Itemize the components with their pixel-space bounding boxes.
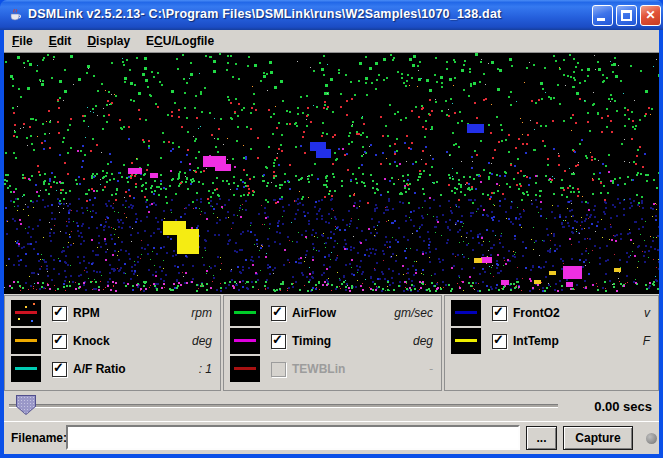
maximize-icon: [621, 10, 632, 21]
inttemp-color-swatch: [451, 328, 481, 354]
menu-bar: File Edit Display ECU/Logfile: [4, 30, 659, 53]
legend-bar: ✓ RPM rpm ✓ Knock deg ✓ A/F Ratio : 1 ✓ …: [4, 294, 659, 393]
swatch-noise: [25, 306, 27, 308]
af-ratio-unit: : 1: [199, 362, 212, 376]
datalog-plot-area[interactable]: [4, 53, 659, 294]
fronto2-checkbox[interactable]: ✓: [492, 306, 507, 321]
knock-checkbox[interactable]: ✓: [52, 334, 67, 349]
airflow-unit: gm/sec: [394, 306, 433, 320]
footer-bar: Filename: ... Capture: [4, 421, 659, 454]
legend-row-tewblin: ✓ TEWBLin -: [230, 355, 433, 383]
tewblin-unit: -: [429, 362, 433, 376]
tewblin-label: TEWBLin: [292, 362, 345, 376]
menu-file[interactable]: File: [4, 32, 41, 50]
legend-row-knock: ✓ Knock deg: [11, 327, 212, 355]
capture-status-led: [646, 433, 657, 444]
inttemp-checkbox[interactable]: ✓: [492, 334, 507, 349]
legend-row-timing: ✓ Timing deg: [230, 327, 433, 355]
fronto2-color-swatch: [451, 300, 481, 326]
java-coffee-cup-icon: [7, 7, 23, 23]
inttemp-label: IntTemp: [513, 334, 559, 348]
rpm-unit: rpm: [191, 306, 212, 320]
af-ratio-label: A/F Ratio: [73, 362, 126, 376]
close-button[interactable]: ✕: [640, 5, 661, 26]
legend-panel-3: ✓ FrontO2 v ✓ IntTemp F: [444, 295, 659, 391]
time-slider-track[interactable]: [9, 404, 558, 408]
tewblin-checkbox[interactable]: ✓: [271, 362, 286, 377]
rpm-color-swatch: [11, 300, 41, 326]
timing-label: Timing: [292, 334, 331, 348]
fronto2-label: FrontO2: [513, 306, 560, 320]
minimize-icon: [597, 18, 605, 21]
maximize-button[interactable]: [616, 5, 637, 26]
datalog-plot-canvas[interactable]: [4, 53, 659, 294]
menu-ecu-logfile[interactable]: ECU/Logfile: [138, 32, 222, 50]
time-slider-row: 0.00 secs: [4, 393, 659, 421]
timing-unit: deg: [413, 334, 433, 348]
legend-row-inttemp: ✓ IntTemp F: [451, 327, 650, 355]
airflow-label: AirFlow: [292, 306, 336, 320]
close-icon: ✕: [641, 8, 660, 23]
airflow-checkbox[interactable]: ✓: [271, 306, 286, 321]
minimize-button[interactable]: [592, 5, 613, 26]
time-slider-thumb[interactable]: [16, 395, 36, 415]
af-ratio-checkbox[interactable]: ✓: [52, 362, 67, 377]
legend-row-rpm: ✓ RPM rpm: [11, 299, 212, 327]
legend-row-airflow: ✓ AirFlow gm/sec: [230, 299, 433, 327]
knock-color-swatch: [11, 328, 41, 354]
browse-button[interactable]: ...: [526, 426, 557, 450]
knock-label: Knock: [73, 334, 110, 348]
rpm-checkbox[interactable]: ✓: [52, 306, 67, 321]
capture-button[interactable]: Capture: [563, 426, 633, 450]
title-bar[interactable]: DSMLink v2.5.2.13- C:\Program Files\DSML…: [0, 0, 663, 30]
dsmlink-window: { "window": { "title": "DSMLink v2.5.2.1…: [0, 0, 663, 458]
filename-input[interactable]: [66, 425, 520, 450]
inttemp-unit: F: [643, 334, 650, 348]
time-value: 0.00 secs: [594, 399, 652, 414]
legend-row-fronto2: ✓ FrontO2 v: [451, 299, 650, 327]
window-title: DSMLink v2.5.2.13- C:\Program Files\DSML…: [28, 7, 501, 21]
af-ratio-color-swatch: [11, 356, 41, 382]
rpm-label: RPM: [73, 306, 100, 320]
menu-edit[interactable]: Edit: [41, 32, 80, 50]
knock-unit: deg: [192, 334, 212, 348]
fronto2-unit: v: [644, 306, 650, 320]
time-slider-thumb-face: [17, 396, 35, 414]
legend-panel-1: ✓ RPM rpm ✓ Knock deg ✓ A/F Ratio : 1: [4, 295, 221, 391]
menu-display[interactable]: Display: [79, 32, 138, 50]
timing-checkbox[interactable]: ✓: [271, 334, 286, 349]
airflow-color-swatch: [230, 300, 260, 326]
legend-panel-2: ✓ AirFlow gm/sec ✓ Timing deg ✓ TEWBLin …: [223, 295, 442, 391]
legend-row-af-ratio: ✓ A/F Ratio : 1: [11, 355, 212, 383]
tewblin-color-swatch: [230, 356, 260, 382]
filename-label: Filename:: [11, 431, 67, 445]
timing-color-swatch: [230, 328, 260, 354]
